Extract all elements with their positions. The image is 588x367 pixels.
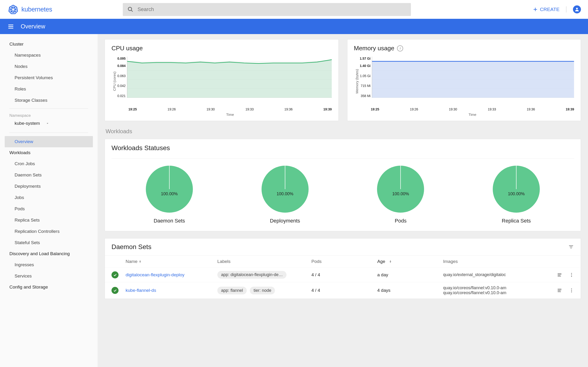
daemon-sets-title: Daemon Sets bbox=[112, 243, 151, 251]
mem-x-label: Time bbox=[371, 113, 574, 117]
logo[interactable]: kubernetes bbox=[8, 4, 52, 14]
divider bbox=[9, 133, 88, 133]
more-button[interactable] bbox=[569, 288, 574, 293]
svg-point-14 bbox=[576, 8, 578, 9]
label-chip: tier: node bbox=[250, 287, 275, 294]
more-vert-icon bbox=[569, 272, 574, 277]
svg-point-10 bbox=[128, 7, 132, 11]
table-row: digitalocean-flexplugin-deploy app: digi… bbox=[105, 267, 581, 282]
namespace-label: Namespace bbox=[0, 112, 98, 119]
sidebar-section-config: Config and Storage bbox=[0, 282, 98, 292]
sidebar-item-jobs[interactable]: Jobs bbox=[0, 192, 98, 203]
memory-chart-card: Memory usage i Memory (bytes) 1.57 Gi 1.… bbox=[347, 39, 581, 121]
status-daemon-sets: 100.00% Daemon Sets bbox=[146, 166, 193, 224]
search-box[interactable] bbox=[123, 3, 411, 16]
mem-y-ticks: 1.57 Gi 1.40 Gi 1.05 Gi 715 Mi 358 Mi bbox=[360, 57, 372, 98]
sidebar-item-services[interactable]: Services bbox=[0, 270, 98, 282]
status-pods: 100.00% Pods bbox=[377, 166, 424, 224]
logs-icon bbox=[557, 272, 562, 278]
sidebar-item-roles[interactable]: Roles bbox=[0, 83, 98, 95]
col-labels[interactable]: Labels bbox=[217, 259, 311, 264]
info-icon[interactable]: i bbox=[397, 45, 403, 51]
col-name[interactable]: Name▲▼ bbox=[126, 259, 217, 264]
more-button[interactable] bbox=[569, 272, 574, 277]
status-replica-sets: 100.00% Replica Sets bbox=[493, 166, 540, 224]
pie-chart: 100.00% bbox=[377, 166, 424, 213]
sort-icon: ▲▼ bbox=[389, 260, 392, 263]
cpu-y-ticks: 0.095 0.084 0.063 0.042 0.021 bbox=[117, 57, 127, 98]
cpu-chart-card: CPU usage CPU (cores) 0.095 0.084 0.063 … bbox=[105, 39, 339, 121]
sidebar-item-cron-jobs[interactable]: Cron Jobs bbox=[0, 158, 98, 169]
pods-value: 4 / 4 bbox=[311, 288, 377, 293]
sidebar-item-overview[interactable]: Overview bbox=[5, 136, 93, 147]
filter-icon bbox=[568, 244, 574, 250]
namespace-select[interactable]: kube-system bbox=[0, 119, 98, 130]
svg-point-43 bbox=[571, 292, 572, 292]
logs-button[interactable] bbox=[557, 272, 562, 278]
hamburger-icon bbox=[8, 23, 14, 30]
divider bbox=[9, 108, 88, 108]
table-row: kube-flannel-ds app: flannel tier: node … bbox=[105, 282, 581, 299]
filter-button[interactable] bbox=[568, 244, 574, 250]
svg-point-35 bbox=[571, 275, 572, 275]
workload-statuses-card: Workloads Statuses 100.00% Daemon Sets 1… bbox=[105, 139, 581, 231]
create-label: CREATE bbox=[540, 7, 560, 12]
status-ok-icon bbox=[112, 287, 119, 294]
cpu-y-label: CPU (cores) bbox=[112, 57, 117, 106]
memory-chart-title: Memory usage bbox=[354, 45, 394, 52]
age-value: a day bbox=[377, 272, 443, 277]
images-value: quay.io/coreos/flannel:v0.10.0-am quay.i… bbox=[443, 285, 546, 295]
svg-point-41 bbox=[571, 289, 572, 290]
sidebar-item-namespaces[interactable]: Namespaces bbox=[0, 50, 98, 61]
sidebar-item-persistent-volumes[interactable]: Persistent Volumes bbox=[0, 72, 98, 83]
pie-chart: 100.00% bbox=[261, 166, 309, 213]
divider bbox=[566, 6, 566, 12]
col-pods[interactable]: Pods bbox=[311, 259, 377, 264]
daemon-set-link[interactable]: kube-flannel-ds bbox=[126, 288, 156, 293]
sidebar-section-workloads: Workloads bbox=[0, 147, 98, 158]
status-ok-icon bbox=[112, 271, 119, 278]
sidebar-section-discovery: Discovery and Load Balancing bbox=[0, 248, 98, 259]
sidebar-item-nodes[interactable]: Nodes bbox=[0, 61, 98, 72]
sidebar-item-replication-controllers[interactable]: Replication Controllers bbox=[0, 226, 98, 237]
col-age[interactable]: Age ▲▼ bbox=[377, 259, 443, 264]
images-value: quay.io/external_storage/digitaloc bbox=[443, 272, 546, 277]
search-input[interactable] bbox=[138, 6, 406, 12]
label-chip: app: digitalocean-flexplugin-de… bbox=[217, 271, 286, 279]
namespace-value: kube-system bbox=[15, 121, 40, 126]
sidebar-item-replica-sets[interactable]: Replica Sets bbox=[0, 215, 98, 226]
sort-icon: ▲▼ bbox=[139, 260, 141, 263]
topbar: kubernetes CREATE bbox=[0, 0, 588, 19]
content: CPU usage CPU (cores) 0.095 0.084 0.063 … bbox=[98, 34, 588, 367]
sidebar-item-deployments[interactable]: Deployments bbox=[0, 181, 98, 192]
sidebar-item-storage-classes[interactable]: Storage Classes bbox=[0, 95, 98, 106]
table-header: Name▲▼ Labels Pods Age ▲▼ Images bbox=[105, 255, 581, 267]
svg-line-11 bbox=[131, 10, 132, 11]
daemon-sets-card: Daemon Sets Name▲▼ Labels Pods Age ▲▼ Im… bbox=[105, 238, 581, 299]
subheader: Overview bbox=[0, 19, 588, 34]
sidebar-item-daemon-sets[interactable]: Daemon Sets bbox=[0, 169, 98, 181]
logo-text: kubernetes bbox=[21, 6, 52, 13]
workloads-section-label: Workloads bbox=[106, 128, 581, 135]
sidebar-item-stateful-sets[interactable]: Stateful Sets bbox=[0, 237, 98, 248]
col-images[interactable]: Images bbox=[443, 259, 546, 264]
svg-point-36 bbox=[571, 276, 572, 277]
page-title: Overview bbox=[21, 23, 45, 30]
menu-toggle[interactable] bbox=[8, 23, 14, 30]
svg-point-42 bbox=[571, 290, 572, 291]
logs-button[interactable] bbox=[557, 288, 562, 293]
cpu-plot bbox=[127, 57, 332, 98]
logs-icon bbox=[557, 288, 562, 293]
mem-y-label: Memory (bytes) bbox=[354, 57, 360, 106]
kubernetes-logo-icon bbox=[8, 4, 18, 14]
pie-chart: 100.00% bbox=[146, 166, 193, 213]
mem-plot bbox=[372, 57, 574, 98]
daemon-set-link[interactable]: digitalocean-flexplugin-deploy bbox=[126, 272, 184, 277]
user-avatar[interactable] bbox=[573, 5, 581, 13]
create-button[interactable]: CREATE bbox=[533, 7, 560, 12]
age-value: 4 days bbox=[377, 288, 443, 293]
cpu-chart-title: CPU usage bbox=[112, 45, 332, 52]
status-deployments: 100.00% Deployments bbox=[261, 166, 309, 224]
sidebar-item-pods[interactable]: Pods bbox=[0, 203, 98, 215]
sidebar-item-ingresses[interactable]: Ingresses bbox=[0, 259, 98, 270]
